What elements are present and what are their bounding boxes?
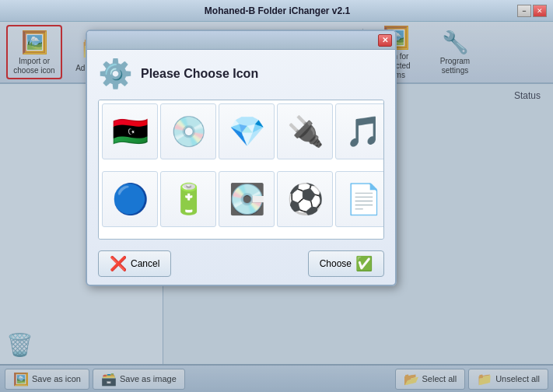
close-button[interactable]: ✕	[533, 5, 547, 17]
choose-button[interactable]: Choose ✅	[308, 250, 384, 277]
icon-cell-gems[interactable]: 💎	[219, 103, 275, 159]
icon-cell-flag-libya[interactable]: 🇱🇾	[102, 103, 158, 159]
dialog-titlebar: ✕	[87, 31, 395, 50]
minimize-button[interactable]: −	[517, 5, 531, 17]
titlebar-controls: − ✕	[517, 5, 547, 17]
choose-label: Choose	[320, 258, 352, 269]
dialog-title: Please Choose Icon	[141, 67, 258, 81]
app-title: Mohaned-B Folder iChanger v2.1	[37, 5, 517, 16]
icon-cell-battery[interactable]: 🔋	[160, 171, 216, 227]
dialog-overlay: ✕ ⚙️ Please Choose Icon 🇱🇾💿💎🔌🎵🔵🔋💽⚽📄 ❌ Ca…	[0, 22, 553, 392]
cancel-label: Cancel	[131, 258, 159, 269]
icon-grid[interactable]: 🇱🇾💿💎🔌🎵🔵🔋💽⚽📄	[98, 100, 384, 240]
icon-cell-usb[interactable]: 🔌	[277, 103, 333, 159]
cancel-button[interactable]: ❌ Cancel	[98, 250, 171, 277]
icon-cell-cd-drive[interactable]: 💿	[160, 103, 216, 159]
dialog-footer: ❌ Cancel Choose ✅	[87, 244, 395, 285]
icon-cell-music[interactable]: 🎵	[335, 103, 384, 159]
icon-cell-disc[interactable]: 💽	[219, 171, 275, 227]
cancel-icon: ❌	[110, 255, 127, 272]
icon-cell-file[interactable]: 📄	[335, 171, 384, 227]
choose-icon: ✅	[355, 255, 373, 272]
dialog-header-icon: ⚙️	[98, 58, 133, 90]
dialog-close-button[interactable]: ✕	[378, 34, 392, 47]
titlebar: Mohaned-B Folder iChanger v2.1 − ✕	[0, 0, 553, 22]
icon-cell-soccer[interactable]: ⚽	[277, 171, 333, 227]
dialog-header: ⚙️ Please Choose Icon	[87, 50, 395, 95]
icon-cell-bluetooth[interactable]: 🔵	[102, 171, 158, 227]
choose-icon-dialog: ✕ ⚙️ Please Choose Icon 🇱🇾💿💎🔌🎵🔵🔋💽⚽📄 ❌ Ca…	[86, 30, 397, 286]
dialog-content: 🇱🇾💿💎🔌🎵🔵🔋💽⚽📄	[87, 95, 395, 244]
